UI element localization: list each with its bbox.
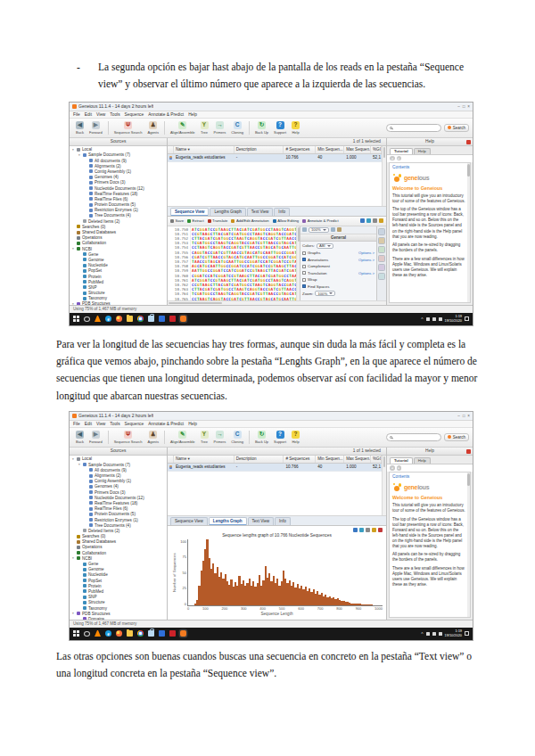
zoom-level-select[interactable]: 100% xyxy=(309,227,329,233)
side-tab-display-icon[interactable] xyxy=(378,237,385,244)
seqtool-save-button[interactable]: Save xyxy=(170,218,184,223)
help-tab-help[interactable]: Help xyxy=(414,457,431,464)
menu-annotate-predict[interactable]: Annotate & Predict xyxy=(148,112,184,117)
help-scrollbar[interactable] xyxy=(467,472,471,617)
firefox-taskbar-icon[interactable] xyxy=(116,630,122,637)
toolbar-support-button[interactable]: ?Support xyxy=(271,120,289,136)
tray-volume-icon[interactable] xyxy=(432,317,436,321)
toolbar-support-button[interactable]: ?Support xyxy=(271,430,289,445)
zoom-select[interactable]: 100% xyxy=(315,291,335,296)
side-tab-annotations-icon[interactable] xyxy=(378,255,385,262)
edge-taskbar-icon[interactable]: e xyxy=(105,316,111,322)
expand-icon[interactable] xyxy=(337,227,342,232)
side-tab-general-icon[interactable] xyxy=(378,228,385,235)
export-icon[interactable] xyxy=(353,528,358,532)
notification-center-icon[interactable] xyxy=(465,316,469,321)
menu-tools[interactable]: Tools xyxy=(110,422,119,426)
firefox-taskbar-icon[interactable] xyxy=(116,316,122,322)
toolbar-back-button[interactable]: ◀Back xyxy=(73,430,86,445)
appblue-taskbar-icon[interactable] xyxy=(159,630,165,637)
seqtool-add-edit-annotation-button[interactable]: Add/Edit Annotation xyxy=(231,218,268,223)
help-back-icon[interactable]: ◄ xyxy=(390,465,395,471)
contents-link[interactable]: Contents xyxy=(392,165,465,169)
tray-battery-icon[interactable] xyxy=(439,317,442,321)
close-button[interactable]: × xyxy=(467,414,470,418)
wrap-checkbox[interactable] xyxy=(302,278,306,282)
tray-network-icon[interactable] xyxy=(426,632,430,636)
column-header-max-sequen[interactable]: Max Sequen... xyxy=(344,456,371,463)
side-tab-zoom-icon[interactable] xyxy=(378,264,385,271)
help-back-icon[interactable]: ◄ xyxy=(390,156,395,161)
toolbar-primers-button[interactable]: →Primers xyxy=(211,120,229,136)
column-header-gc[interactable]: %GC xyxy=(371,456,382,463)
column-header-description[interactable]: Description xyxy=(235,146,284,153)
toolbar-cloning-button[interactable]: CCloning xyxy=(228,120,246,136)
toolbar-agents-button[interactable]: ♟Agents xyxy=(144,430,160,445)
vlc-taskbar-icon[interactable] xyxy=(95,630,101,637)
tray-network-icon[interactable] xyxy=(426,317,430,321)
zoom-in-icon[interactable] xyxy=(360,218,365,223)
close-icon[interactable] xyxy=(466,449,471,454)
edge-taskbar-icon[interactable]: e xyxy=(105,630,111,637)
close-button[interactable]: × xyxy=(467,104,470,109)
side-tab-graphs-icon[interactable] xyxy=(378,246,385,253)
find-spaces-checkbox[interactable] xyxy=(302,284,306,288)
minimize-button[interactable]: – xyxy=(457,104,460,109)
geneious-taskbar-icon[interactable] xyxy=(180,630,186,637)
sequence-letters[interactable]: ATCGGATCCGTAAGCTTACGATCGATGGCCTAAGTCAGGT… xyxy=(191,226,296,300)
tray-caret-icon[interactable]: ^ xyxy=(421,631,423,637)
tab-lengths-graph[interactable]: Lengths Graph xyxy=(210,208,245,216)
table-scrollbar[interactable] xyxy=(382,146,386,206)
toolbar-align-assemble-button[interactable]: ✎Align/Assemble xyxy=(168,430,198,445)
tray-volume-icon[interactable] xyxy=(432,632,436,636)
tab-text-view[interactable]: Text View xyxy=(247,208,274,216)
column-header-description[interactable]: Description xyxy=(235,456,284,463)
toolbar-cloning-button[interactable]: CCloning xyxy=(228,430,246,445)
search-button[interactable]: Search xyxy=(444,124,469,132)
menu-view[interactable]: View xyxy=(96,422,105,426)
toolbar-help-button[interactable]: ?Help xyxy=(289,430,302,445)
translation-options-link[interactable]: Options > xyxy=(358,271,374,275)
store-taskbar-icon[interactable] xyxy=(148,630,154,637)
tab-info[interactable]: Info xyxy=(274,208,290,216)
search-button[interactable]: Search xyxy=(444,433,469,441)
toolbar-sequence-search-button[interactable]: ΨSequence Search xyxy=(111,120,145,136)
search-taskbar-icon[interactable] xyxy=(84,316,90,322)
menu-help[interactable]: Help xyxy=(188,422,197,426)
tab-text-view[interactable]: Text View xyxy=(248,517,275,525)
seqtool-allow-editing-button[interactable]: Allow Editing xyxy=(273,218,299,223)
menu-help[interactable]: Help xyxy=(188,112,197,117)
help-forward-icon[interactable]: ► xyxy=(397,465,402,471)
vlc-taskbar-icon[interactable] xyxy=(95,316,101,322)
toolbar-tree-button[interactable]: YTree xyxy=(198,120,211,136)
search-input[interactable] xyxy=(386,124,441,132)
geneious-taskbar-icon[interactable] xyxy=(180,316,186,322)
menu-file[interactable]: File xyxy=(73,112,80,117)
menu-annotate-predict[interactable]: Annotate & Predict xyxy=(148,422,184,426)
fit-icon[interactable] xyxy=(373,218,377,223)
search-input[interactable] xyxy=(386,433,441,441)
explorer-taskbar-icon[interactable] xyxy=(127,316,133,322)
start-button[interactable] xyxy=(73,316,79,322)
minimize-button[interactable]: – xyxy=(457,414,460,418)
copy-icon[interactable] xyxy=(366,528,370,532)
taskbar-clock[interactable]: 1:1919/10/2020 xyxy=(445,629,462,637)
seqtool-extract-button[interactable]: Extract xyxy=(187,218,204,223)
print-icon[interactable] xyxy=(359,528,364,532)
tab-sequence-view[interactable]: Sequence View xyxy=(170,517,208,525)
annotations-options-link[interactable]: Options > xyxy=(358,258,374,262)
tab-info[interactable]: Info xyxy=(275,517,291,525)
tray-battery-icon[interactable] xyxy=(439,632,442,636)
toolbar-forward-button[interactable]: ▶Forward xyxy=(86,430,105,445)
zoom-out-icon[interactable] xyxy=(302,227,307,232)
sequence-scrollbar[interactable] xyxy=(296,226,300,300)
column-header-sequences[interactable]: # Sequences xyxy=(284,146,316,153)
table-row[interactable]: Eugenia_reads estudiantes-10.766401.0005… xyxy=(168,464,382,472)
maximize-button[interactable]: □ xyxy=(463,414,465,418)
tab-sequence-view[interactable]: Sequence View xyxy=(170,208,209,216)
toolbar-agents-button[interactable]: ♟Agents xyxy=(144,120,160,136)
graphs-checkbox[interactable] xyxy=(302,251,306,255)
graphs-options-link[interactable]: Options > xyxy=(358,251,374,255)
menu-tools[interactable]: Tools xyxy=(110,112,119,117)
column-header-gc[interactable]: %GC xyxy=(371,146,382,153)
